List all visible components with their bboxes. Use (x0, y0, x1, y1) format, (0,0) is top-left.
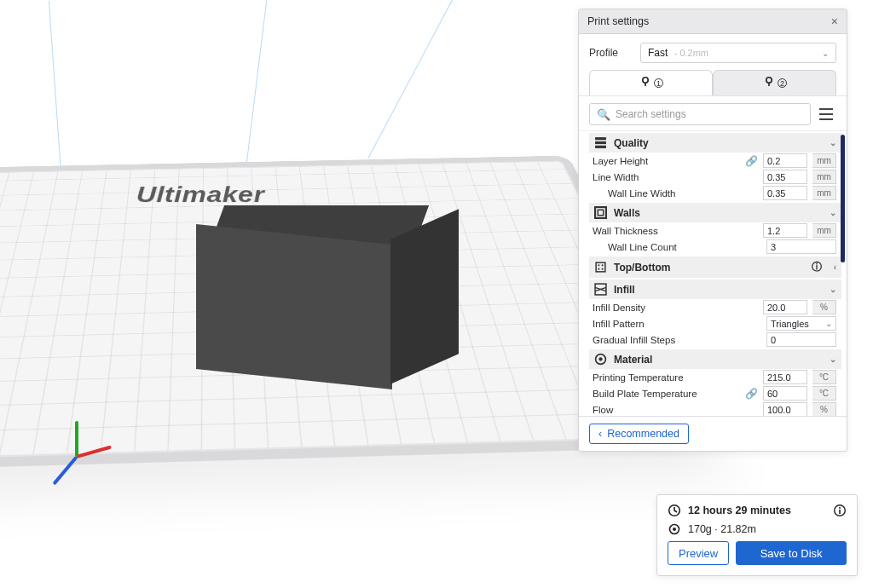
svg-point-14 (598, 357, 602, 360)
wall-thickness-input[interactable]: 1.2 (763, 223, 807, 238)
svg-rect-5 (595, 207, 606, 218)
infill-icon (594, 283, 607, 296)
extruder-icon (762, 75, 776, 91)
panel-title: Print settings (587, 15, 649, 27)
material-estimate: 170g · 21.82m (688, 523, 756, 535)
settings-visibility-menu[interactable] (816, 104, 836, 124)
profile-value: Fast (648, 47, 668, 59)
printer-brand: Ultimaker (136, 182, 265, 208)
svg-rect-6 (598, 210, 603, 215)
print-settings-panel: Print settings × Profile Fast - 0.2mm ⌄ … (578, 9, 847, 452)
search-icon: 🔍 (597, 108, 610, 121)
setting-label: Infill Density (593, 303, 758, 313)
close-icon[interactable]: × (831, 14, 838, 28)
build-volume-edge (367, 0, 452, 159)
infill-density-input[interactable]: 20.0 (763, 300, 807, 314)
chevron-down-icon: ⌄ (830, 138, 836, 147)
build-volume-edge (246, 1, 267, 170)
slice-summary-card: 12 hours 29 minutes 170g · 21.82m Previe… (656, 494, 858, 576)
chevron-left-icon: ‹ (834, 262, 836, 272)
layer-height-input[interactable]: 0.2 (763, 153, 807, 168)
chevron-left-icon: ‹ (598, 428, 602, 440)
clock-icon (668, 504, 681, 517)
section-infill[interactable]: Infill ⌄ (589, 280, 841, 299)
link-icon[interactable]: 🔗 (745, 388, 758, 400)
svg-point-8 (598, 264, 599, 266)
recommended-button[interactable]: ‹ Recommended (589, 424, 689, 444)
setting-label: Line Width (593, 172, 758, 182)
svg-point-0 (643, 78, 648, 83)
info-icon[interactable] (833, 504, 847, 517)
section-quality[interactable]: Quality ⌄ (589, 133, 841, 153)
topbottom-icon (594, 261, 607, 274)
walls-icon (594, 206, 607, 219)
estimated-time: 12 hours 29 minutes (688, 504, 791, 516)
material-icon (594, 353, 607, 366)
profile-label: Profile (589, 47, 632, 59)
chevron-down-icon: ⌄ (830, 355, 836, 364)
panel-header: Print settings × (579, 9, 847, 34)
svg-point-10 (598, 268, 599, 270)
setting-label: Wall Thickness (593, 226, 758, 236)
section-topbottom[interactable]: Top/Bottom ⓘ ‹ (589, 257, 841, 278)
line-width-input[interactable]: 0.35 (763, 170, 807, 184)
search-input[interactable]: 🔍 Search settings (589, 103, 811, 125)
setting-label: Infill Pattern (593, 319, 761, 329)
spool-icon (668, 522, 681, 536)
svg-point-1 (766, 78, 772, 83)
flow-input[interactable]: 100.0 (763, 402, 807, 416)
quality-icon (594, 136, 607, 149)
svg-point-20 (673, 527, 676, 531)
svg-point-11 (602, 268, 604, 270)
svg-rect-2 (595, 137, 606, 140)
printing-temperature-input[interactable]: 215.0 (763, 370, 807, 384)
setting-label: Wall Line Width (593, 188, 758, 199)
wall-line-width-input[interactable]: 0.35 (763, 186, 807, 200)
settings-list[interactable]: Quality ⌄ Layer Height 🔗 0.2 mm Line Wid… (579, 130, 847, 416)
svg-rect-18 (839, 510, 841, 514)
wall-line-count-input[interactable]: 3 (766, 239, 836, 254)
chevron-down-icon: ⌄ (822, 49, 829, 58)
profile-hint: - 0.2mm (674, 48, 708, 58)
svg-rect-4 (595, 146, 606, 148)
extruder-tab-1[interactable]: 1 (589, 70, 713, 95)
svg-point-9 (602, 264, 604, 266)
save-to-disk-button[interactable]: Save to Disk (736, 541, 847, 565)
setting-label: Wall Line Count (593, 242, 761, 252)
svg-point-17 (839, 507, 841, 509)
info-icon[interactable]: ⓘ (812, 260, 822, 274)
profile-select[interactable]: Fast - 0.2mm ⌄ (640, 43, 836, 63)
chevron-down-icon: ⌄ (825, 319, 832, 328)
svg-rect-7 (596, 262, 605, 272)
section-material[interactable]: Material ⌄ (589, 349, 841, 369)
setting-label: Layer Height (593, 156, 740, 166)
extruder-icon (639, 75, 652, 91)
build-plate-temperature-input[interactable]: 60 (763, 386, 807, 401)
preview-button[interactable]: Preview (668, 541, 729, 565)
setting-label: Gradual Infill Steps (593, 335, 761, 345)
infill-pattern-select[interactable]: Triangles ⌄ (766, 316, 836, 331)
chevron-down-icon: ⌄ (830, 208, 836, 217)
link-icon[interactable]: 🔗 (745, 155, 758, 167)
svg-rect-3 (595, 141, 606, 144)
setting-label: Build Plate Temperature (593, 389, 740, 399)
section-walls[interactable]: Walls ⌄ (589, 203, 841, 222)
setting-label: Printing Temperature (593, 372, 758, 383)
setting-label: Flow (593, 405, 758, 415)
gradual-infill-steps-input[interactable]: 0 (766, 332, 836, 347)
extruder-tab-2[interactable]: 2 (713, 70, 836, 95)
chevron-down-icon: ⌄ (830, 285, 836, 294)
